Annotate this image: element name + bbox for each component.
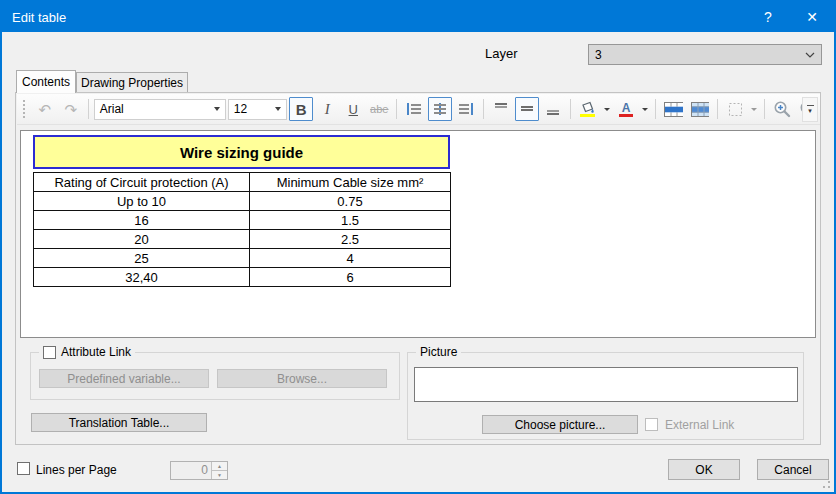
- fill-color-button[interactable]: [576, 97, 600, 121]
- spinner-down-icon: ▼: [212, 471, 227, 479]
- layer-label: Layer: [485, 46, 518, 61]
- attribute-link-label: Attribute Link: [61, 345, 131, 359]
- table-cell[interactable]: 4: [250, 249, 451, 268]
- overflow-icon: ▾: [808, 107, 812, 114]
- cancel-button[interactable]: Cancel: [757, 459, 829, 480]
- align-left-button[interactable]: [402, 97, 426, 121]
- align-right-icon: [458, 101, 474, 117]
- table-cell[interactable]: 0.75: [250, 192, 451, 211]
- tab-drawing-properties[interactable]: Drawing Properties: [76, 72, 188, 93]
- titlebar: Edit table ? ✕: [2, 2, 834, 32]
- attribute-link-legend: Attribute Link: [39, 345, 135, 359]
- toolbar-separator: [483, 99, 484, 119]
- table-cell[interactable]: 1.5: [250, 211, 451, 230]
- choose-picture-button[interactable]: Choose picture...: [482, 415, 638, 434]
- window-title: Edit table: [2, 10, 746, 25]
- valign-bottom-button[interactable]: [541, 97, 565, 121]
- layer-select[interactable]: 3: [588, 44, 822, 65]
- layer-value: 3: [589, 48, 805, 62]
- attribute-link-checkbox[interactable]: [43, 346, 56, 359]
- chevron-down-icon: [275, 107, 281, 111]
- table-cell[interactable]: 32,40: [34, 268, 250, 287]
- tab-drawing-properties-label: Drawing Properties: [81, 76, 183, 90]
- chevron-down-icon[interactable]: [604, 108, 610, 111]
- table-cell[interactable]: 16: [34, 211, 250, 230]
- resize-grip[interactable]: [821, 479, 831, 489]
- align-left-icon: [406, 101, 422, 117]
- picture-path-field[interactable]: [414, 367, 798, 402]
- edit-table-dialog: Edit table ? ✕ Layer 3 Contents Drawing …: [0, 0, 836, 494]
- chevron-down-icon[interactable]: [642, 108, 648, 111]
- predefined-variable-button: Predefined variable...: [39, 369, 209, 388]
- toolbar-separator: [764, 99, 765, 119]
- table-cell[interactable]: 20: [34, 230, 250, 249]
- table-row: 20 2.5: [34, 230, 451, 249]
- spinner-up-icon: ▲: [212, 462, 227, 471]
- toolbar-separator: [88, 99, 89, 119]
- table-cell[interactable]: Up to 10: [34, 192, 250, 211]
- undo-button: ↶: [33, 97, 57, 121]
- table-cell[interactable]: 25: [34, 249, 250, 268]
- zoom-in-button[interactable]: [770, 97, 794, 121]
- chevron-down-icon: [805, 52, 815, 58]
- valign-middle-button[interactable]: [515, 97, 539, 121]
- valign-middle-icon: [519, 101, 535, 117]
- undo-icon: ↶: [39, 102, 52, 117]
- redo-button: ↷: [59, 97, 83, 121]
- external-link-checkbox: [645, 418, 658, 431]
- table-header-cell[interactable]: Rating of Circuit protection (A): [34, 173, 250, 192]
- table-row: 32,40 6: [34, 268, 451, 287]
- table-edit-canvas[interactable]: Wire sizing guide Rating of Circuit prot…: [20, 130, 816, 338]
- help-button[interactable]: ?: [746, 2, 790, 32]
- lines-per-page-spinner: 0 ▲ ▼: [170, 461, 228, 480]
- toolbar-separator: [570, 99, 571, 119]
- wire-sizing-table: Rating of Circuit protection (A) Minimum…: [33, 172, 451, 287]
- attribute-link-group: Attribute Link Predefined variable... Br…: [30, 352, 400, 400]
- table-header-cell[interactable]: Minimum Cable size mm²: [250, 173, 451, 192]
- browse-button: Browse...: [217, 369, 387, 388]
- paint-bucket-icon: [579, 101, 597, 118]
- ok-button[interactable]: OK: [668, 459, 740, 480]
- toolbar-grip[interactable]: [23, 100, 27, 118]
- table-row: 16 1.5: [34, 211, 451, 230]
- table-row: 25 4: [34, 249, 451, 268]
- align-center-button[interactable]: [428, 97, 452, 121]
- translation-table-button[interactable]: Translation Table...: [31, 413, 207, 432]
- merge-cells-icon: [664, 102, 683, 117]
- zoom-in-icon: [773, 100, 791, 119]
- valign-top-button[interactable]: [489, 97, 513, 121]
- borders-button: [723, 97, 747, 121]
- lines-per-page-label: Lines per Page: [36, 463, 117, 477]
- font-size-select[interactable]: 12: [228, 99, 288, 120]
- chevron-down-icon: [751, 108, 757, 111]
- text-color-button[interactable]: A: [614, 97, 638, 121]
- font-family-select[interactable]: Arial: [94, 99, 226, 120]
- bold-button[interactable]: B: [289, 97, 313, 121]
- external-link-label: External Link: [665, 418, 734, 432]
- format-toolbar: ↶ ↷ Arial 12 B I U abe: [17, 94, 820, 125]
- picture-label: Picture: [420, 345, 457, 359]
- borders-icon: [728, 102, 743, 117]
- picture-legend: Picture: [416, 345, 461, 359]
- font-size-value: 12: [229, 102, 273, 116]
- toolbar-overflow-button[interactable]: ▾: [802, 97, 818, 122]
- redo-icon: ↷: [65, 102, 78, 117]
- merge-cells-button[interactable]: [661, 97, 686, 121]
- split-cells-button[interactable]: [688, 97, 713, 121]
- close-button[interactable]: ✕: [790, 2, 834, 32]
- table-row: Up to 10 0.75: [34, 192, 451, 211]
- font-family-value: Arial: [95, 102, 211, 116]
- table-title-cell[interactable]: Wire sizing guide: [33, 135, 450, 169]
- table-cell[interactable]: 6: [250, 268, 451, 287]
- italic-button[interactable]: I: [315, 97, 339, 121]
- tab-contents[interactable]: Contents: [16, 70, 76, 93]
- valign-bottom-icon: [545, 101, 561, 117]
- font-color-icon: A: [618, 101, 634, 118]
- align-right-button[interactable]: [454, 97, 478, 121]
- table-cell[interactable]: 2.5: [250, 230, 451, 249]
- lines-per-page-checkbox[interactable]: [17, 462, 30, 475]
- tab-contents-label: Contents: [22, 75, 70, 89]
- table-header-row: Rating of Circuit protection (A) Minimum…: [34, 173, 451, 192]
- valign-top-icon: [493, 101, 509, 117]
- underline-button[interactable]: U: [341, 97, 365, 121]
